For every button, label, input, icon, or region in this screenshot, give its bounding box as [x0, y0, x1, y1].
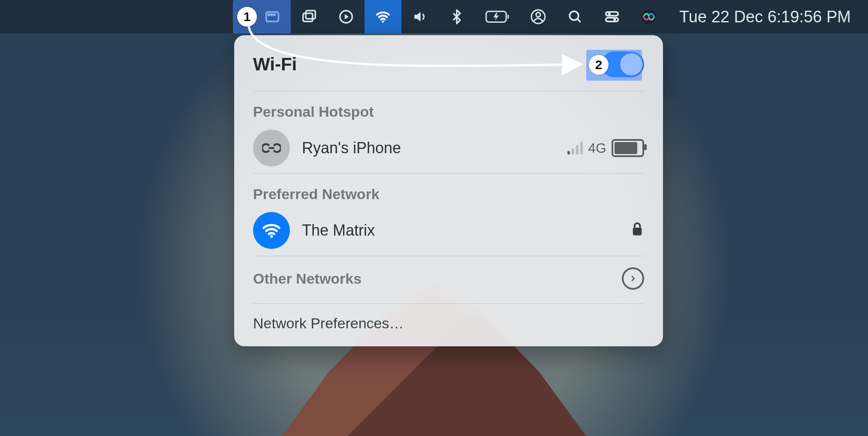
svg-point-7 — [382, 21, 384, 23]
siri-icon — [641, 9, 657, 25]
svg-rect-19 — [633, 227, 642, 235]
device-battery-icon — [612, 139, 644, 157]
hotspot-link-icon — [253, 130, 290, 167]
battery-charging-icon — [485, 9, 509, 25]
hotspot-item[interactable]: Ryan's iPhone 4G — [234, 124, 663, 172]
divider — [253, 91, 644, 91]
windows-stack-icon — [301, 9, 317, 25]
svg-rect-5 — [306, 11, 315, 19]
control-center-icon — [604, 9, 620, 25]
menu-extra-spotlight[interactable] — [557, 0, 594, 33]
section-personal-hotspot-label: Personal Hotspot — [234, 93, 663, 124]
section-preferred-network-label: Preferred Network — [234, 176, 663, 207]
svg-point-16 — [613, 18, 616, 21]
menu-extra-battery[interactable] — [475, 0, 520, 33]
svg-point-18 — [270, 235, 273, 238]
bluetooth-icon — [449, 9, 465, 25]
wifi-popover: Wi-Fi Personal Hotspot Ryan's iPhone 4G … — [234, 35, 663, 346]
play-circle-icon — [338, 9, 354, 25]
svg-point-11 — [536, 12, 540, 17]
svg-rect-13 — [606, 12, 618, 16]
menu-extra-control-center[interactable] — [594, 0, 630, 33]
menu-extra-mission-control[interactable] — [291, 0, 328, 33]
cellular-signal-icon — [567, 142, 583, 154]
cellular-mode-label: 4G — [588, 140, 606, 156]
chevron-right-icon — [622, 267, 644, 290]
hotspot-name: Ryan's iPhone — [302, 139, 401, 157]
search-icon — [567, 9, 583, 25]
menu-bar: Tue 22 Dec 6:19:56 PM — [0, 0, 868, 33]
divider — [253, 173, 644, 174]
menu-extra-siri[interactable] — [630, 0, 667, 33]
menu-extra-sound[interactable] — [401, 0, 438, 33]
person-circle-icon — [530, 9, 546, 25]
menu-bar-clock[interactable]: Tue 22 Dec 6:19:56 PM — [667, 8, 851, 26]
svg-rect-9 — [507, 15, 509, 18]
volume-icon — [412, 9, 428, 25]
menu-extra-now-playing[interactable] — [328, 0, 365, 33]
wifi-popover-title: Wi-Fi — [253, 54, 297, 75]
callout-step-two: 2 — [589, 55, 609, 75]
wifi-network-icon — [253, 212, 290, 249]
svg-rect-4 — [303, 13, 313, 21]
menu-extra-bluetooth[interactable] — [438, 0, 475, 33]
svg-point-14 — [608, 12, 611, 15]
preferred-network-name: The Matrix — [302, 221, 375, 239]
svg-rect-15 — [606, 18, 618, 21]
menu-extra-user[interactable] — [520, 0, 557, 33]
other-networks-row[interactable]: Other Networks — [234, 258, 663, 302]
callout-step-one: 1 — [237, 7, 257, 27]
divider — [253, 256, 644, 256]
menu-extra-wifi[interactable] — [365, 0, 401, 33]
preferred-network-item[interactable]: The Matrix — [234, 207, 663, 254]
other-networks-label: Other Networks — [253, 270, 362, 287]
network-preferences-link[interactable]: Network Preferences… — [234, 306, 663, 344]
wifi-icon — [375, 9, 391, 25]
divider — [253, 303, 644, 304]
lock-icon — [630, 221, 644, 240]
